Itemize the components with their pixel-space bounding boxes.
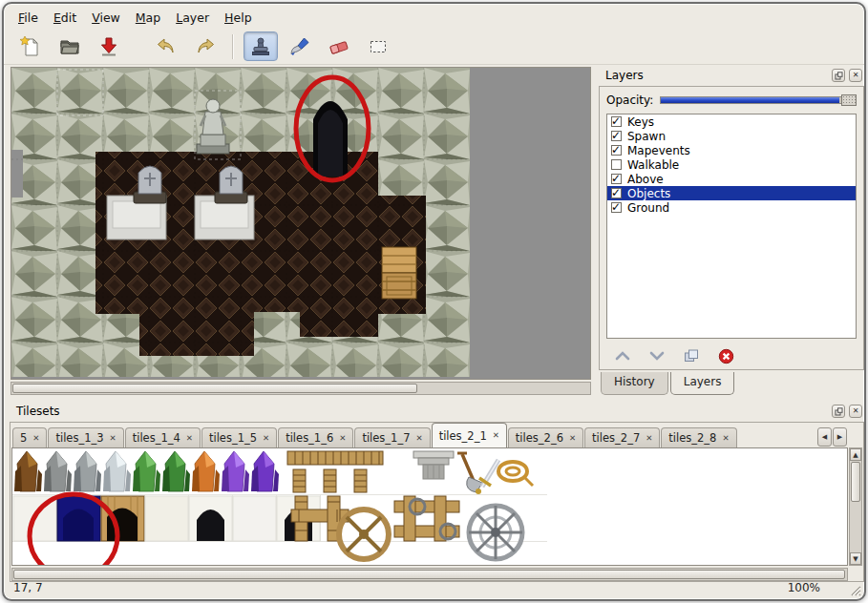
delete-circle-icon: [718, 348, 734, 364]
tileset-tab[interactable]: tiles_1_7 ✕: [354, 427, 430, 447]
layer-name: Mapevents: [627, 144, 690, 157]
scrollbar-thumb[interactable]: [851, 462, 860, 502]
tab-close-icon[interactable]: ✕: [722, 434, 729, 443]
close-panel-button[interactable]: ✕: [849, 69, 862, 82]
cursor-coordinates: 17, 7: [13, 581, 43, 594]
float-panel-button[interactable]: [832, 405, 845, 418]
tileset-vertical-scrollbar[interactable]: ▲ ▼: [849, 447, 862, 566]
new-file-button[interactable]: [13, 31, 48, 61]
open-folder-icon: [58, 35, 81, 58]
layer-row[interactable]: Above: [607, 172, 856, 186]
app-window: File Edit View Map Layer Help: [2, 2, 866, 601]
tileset-tab[interactable]: tiles_1_3 ✕: [48, 427, 123, 447]
rect-select-tool-button[interactable]: [361, 31, 395, 61]
tileset-tab[interactable]: tiles_1_4 ✕: [125, 427, 201, 447]
tileset-tab-label: tiles_2_8: [668, 431, 716, 445]
menu-help[interactable]: Help: [218, 8, 259, 28]
layer-visibility-checkbox[interactable]: [611, 116, 622, 127]
tileset-tab-label: tiles_2_1: [439, 429, 487, 443]
opacity-slider[interactable]: [660, 94, 857, 107]
layer-visibility-checkbox[interactable]: [611, 174, 622, 184]
redo-button[interactable]: [188, 31, 222, 61]
tileset-tab-label: tiles_2_7: [592, 431, 640, 445]
layer-name: Spawn: [627, 130, 666, 143]
layer-row[interactable]: Mapevents: [607, 143, 856, 157]
undo-arrow-icon: [155, 35, 178, 58]
duplicate-layer-button[interactable]: [681, 347, 702, 364]
menu-edit[interactable]: Edit: [47, 8, 83, 28]
menu-view[interactable]: View: [85, 8, 127, 28]
map-horizontal-scrollbar[interactable]: [11, 382, 591, 395]
menu-map[interactable]: Map: [129, 8, 167, 28]
tab-history[interactable]: History: [601, 372, 668, 395]
tileset-tab[interactable]: tiles_1_6 ✕: [278, 427, 353, 447]
tab-close-icon[interactable]: ✕: [569, 434, 576, 443]
tab-close-icon[interactable]: ✕: [110, 434, 116, 443]
layer-visibility-checkbox[interactable]: [611, 145, 622, 156]
float-panel-button[interactable]: [832, 69, 845, 82]
layers-panel: Layers ✕ Opacity: Ke: [597, 67, 866, 395]
layer-visibility-checkbox[interactable]: [611, 202, 622, 213]
float-panel-icon: [835, 407, 843, 416]
tileset-tab[interactable]: tiles_2_1 ✕: [432, 423, 507, 447]
undo-button[interactable]: [149, 31, 183, 61]
layer-name: Walkable: [627, 158, 679, 172]
tab-close-icon[interactable]: ✕: [263, 434, 269, 443]
layer-visibility-checkbox[interactable]: [611, 159, 622, 170]
scroll-up-icon[interactable]: ▲: [850, 448, 861, 461]
menu-file[interactable]: File: [11, 8, 45, 28]
slider-handle[interactable]: [841, 94, 857, 106]
opacity-row: Opacity:: [606, 92, 857, 109]
tileset-tab[interactable]: tiles_2_6 ✕: [508, 427, 583, 447]
close-panel-button[interactable]: ✕: [849, 405, 862, 418]
layer-visibility-checkbox[interactable]: [611, 131, 622, 141]
tab-close-icon[interactable]: ✕: [339, 434, 346, 443]
tileset-tab-label: tiles_1_5: [209, 431, 257, 445]
cave-entrance-object: [313, 101, 348, 177]
scrollbar-thumb[interactable]: [12, 384, 417, 393]
tileset-tab-label: tiles_1_4: [133, 431, 180, 445]
tileset-tab[interactable]: tiles_1_5 ✕: [201, 427, 277, 447]
lower-layer-button[interactable]: [646, 347, 667, 364]
scroll-down-icon[interactable]: ▼: [850, 552, 861, 565]
tab-close-icon[interactable]: ✕: [186, 434, 193, 443]
tab-scroll-left-icon[interactable]: ◀: [817, 427, 832, 447]
tab-close-icon[interactable]: ✕: [32, 434, 39, 443]
tileset-canvas[interactable]: [12, 448, 836, 565]
map-canvas[interactable]: [11, 68, 470, 377]
tilesets-panel-title: Tilesets: [16, 405, 828, 418]
eraser-tool-button[interactable]: [322, 31, 356, 61]
resize-grip[interactable]: [848, 583, 861, 596]
layers-list: Keys Spawn Mapevents Walkable Above: [606, 114, 857, 339]
layer-visibility-checkbox[interactable]: [611, 188, 622, 198]
save-download-icon: [97, 35, 120, 58]
layer-row[interactable]: Ground: [607, 200, 856, 215]
layer-row[interactable]: Walkable: [607, 157, 856, 172]
opacity-label: Opacity:: [606, 94, 653, 107]
menu-layer[interactable]: Layer: [169, 8, 216, 28]
delete-layer-button[interactable]: [715, 347, 736, 364]
tileset-tab-label: 5: [20, 431, 27, 445]
open-file-button[interactable]: [53, 31, 87, 61]
fill-tool-button[interactable]: [283, 31, 317, 61]
tileset-tab[interactable]: 5 ✕: [12, 427, 47, 447]
tab-layers[interactable]: Layers: [670, 372, 735, 395]
layer-row[interactable]: Objects: [607, 186, 856, 200]
chevron-up-icon: [614, 349, 631, 363]
layer-row[interactable]: Keys: [607, 114, 856, 129]
tab-close-icon[interactable]: ✕: [493, 431, 499, 440]
tab-scroll-right-icon[interactable]: ▶: [833, 427, 847, 447]
scrollbar-thumb[interactable]: [13, 570, 845, 579]
tileset-tab[interactable]: tiles_2_8 ✕: [661, 427, 736, 447]
tab-close-icon[interactable]: ✕: [646, 434, 652, 443]
tilesets-panel-titlebar: Tilesets ✕: [8, 403, 866, 420]
zoom-level: 100%: [788, 581, 820, 594]
save-file-button[interactable]: [92, 31, 126, 61]
rock-crystal-tiles: [14, 451, 279, 491]
map-viewport: [11, 67, 591, 380]
raise-layer-button[interactable]: [612, 347, 633, 364]
tab-close-icon[interactable]: ✕: [416, 434, 423, 443]
stamp-tool-button[interactable]: [243, 31, 278, 61]
layer-row[interactable]: Spawn: [607, 129, 856, 143]
tileset-tab[interactable]: tiles_2_7 ✕: [584, 427, 660, 447]
